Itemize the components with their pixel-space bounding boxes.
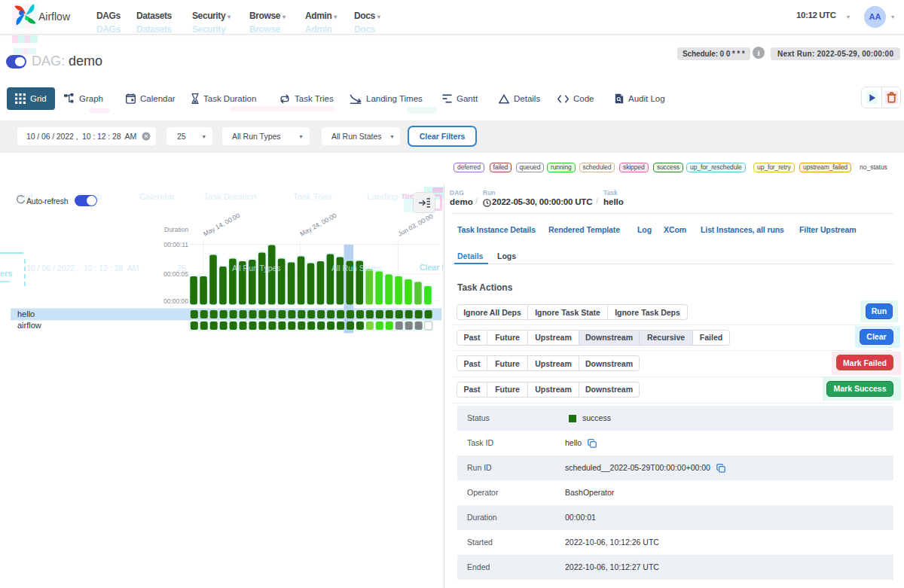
svg-text:May 14, 00:00: May 14, 00:00 (202, 212, 241, 238)
svg-text:May 24, 00:00: May 24, 00:00 (298, 212, 337, 238)
svg-text:00:00:11: 00:00:11 (164, 241, 189, 248)
svg-text:00:00:00: 00:00:00 (163, 297, 188, 305)
svg-text:Duration: Duration (164, 226, 188, 233)
svg-text:Jun 03, 00:00: Jun 03, 00:00 (396, 212, 434, 238)
